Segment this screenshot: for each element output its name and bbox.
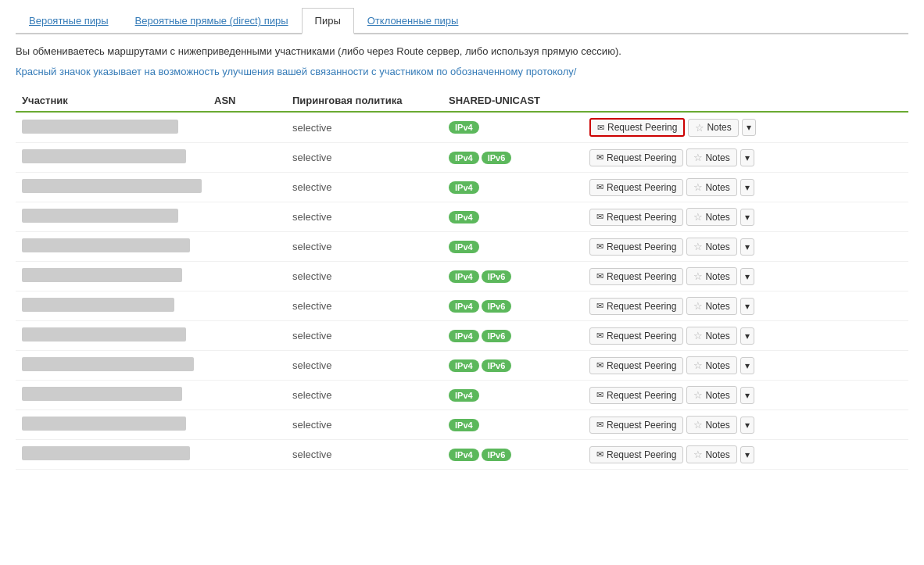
star-icon: ☆ bbox=[693, 211, 703, 223]
member-cell bbox=[16, 351, 208, 381]
star-icon: ☆ bbox=[693, 300, 703, 312]
request-peering-button[interactable]: ✉ Request Peering bbox=[589, 179, 683, 196]
member-cell bbox=[16, 381, 208, 410]
request-peering-button[interactable]: ✉ Request Peering bbox=[589, 238, 683, 256]
member-bar bbox=[22, 238, 190, 252]
request-peering-button[interactable]: ✉ Request Peering bbox=[589, 118, 685, 137]
notes-button[interactable]: ☆ Notes bbox=[686, 416, 736, 434]
actions-cell: ✉ Request Peering☆ Notes▾ bbox=[583, 291, 908, 321]
tab-probable-direct[interactable]: Вероятные прямые (direct) пиры bbox=[122, 8, 302, 33]
member-bar bbox=[22, 417, 186, 431]
notes-button[interactable]: ☆ Notes bbox=[686, 148, 736, 166]
notes-button[interactable]: ☆ Notes bbox=[686, 327, 736, 345]
star-icon: ☆ bbox=[693, 449, 703, 460]
star-icon: ☆ bbox=[693, 359, 703, 371]
notes-button[interactable]: ☆ Notes bbox=[688, 119, 738, 137]
notes-button[interactable]: ☆ Notes bbox=[686, 445, 736, 463]
member-bar bbox=[22, 179, 202, 193]
dropdown-button[interactable]: ▾ bbox=[740, 298, 754, 315]
request-peering-button[interactable]: ✉ Request Peering bbox=[589, 209, 683, 226]
request-peering-button[interactable]: ✉ Request Peering bbox=[589, 417, 683, 434]
dropdown-button[interactable]: ▾ bbox=[740, 268, 754, 285]
dropdown-button[interactable]: ▾ bbox=[740, 327, 754, 345]
tab-peers[interactable]: Пиры bbox=[302, 8, 354, 34]
dropdown-button[interactable]: ▾ bbox=[740, 387, 754, 404]
dropdown-button[interactable]: ▾ bbox=[740, 209, 754, 226]
ipv4-badge: IPv4 bbox=[449, 359, 479, 372]
actions-cell: ✉ Request Peering☆ Notes▾ bbox=[583, 112, 908, 143]
star-icon: ☆ bbox=[693, 181, 703, 193]
dropdown-button[interactable]: ▾ bbox=[740, 179, 754, 196]
ipv4-badge: IPv4 bbox=[449, 419, 479, 431]
dropdown-button[interactable]: ▾ bbox=[740, 417, 754, 434]
member-bar bbox=[22, 120, 178, 134]
tab-rejected[interactable]: Отклоненные пиры bbox=[354, 8, 472, 33]
table-row: selectiveIPv4✉ Request Peering☆ Notes▾ bbox=[16, 173, 908, 202]
shared-unicast-cell: IPv4IPv6 bbox=[442, 440, 583, 470]
star-icon: ☆ bbox=[693, 270, 703, 282]
dropdown-button[interactable]: ▾ bbox=[742, 119, 756, 136]
chevron-down-icon: ▾ bbox=[745, 331, 750, 342]
request-peering-button[interactable]: ✉ Request Peering bbox=[589, 446, 683, 463]
tab-bar: Вероятные пиры Вероятные прямые (direct)… bbox=[16, 8, 908, 34]
shared-unicast-cell: IPv4IPv6 bbox=[442, 143, 583, 173]
ipv6-badge: IPv6 bbox=[482, 449, 512, 461]
shared-unicast-cell: IPv4IPv6 bbox=[442, 321, 583, 351]
envelope-icon: ✉ bbox=[596, 331, 603, 341]
chevron-down-icon: ▾ bbox=[745, 390, 750, 401]
main-container: Вероятные пиры Вероятные прямые (direct)… bbox=[0, 0, 924, 477]
table-row: selectiveIPv4IPv6✉ Request Peering☆ Note… bbox=[16, 262, 908, 291]
actions-cell: ✉ Request Peering☆ Notes▾ bbox=[583, 232, 908, 262]
request-peering-button[interactable]: ✉ Request Peering bbox=[589, 357, 683, 374]
member-cell bbox=[16, 143, 208, 173]
table-row: selectiveIPv4IPv6✉ Request Peering☆ Note… bbox=[16, 440, 908, 470]
envelope-icon: ✉ bbox=[596, 182, 603, 192]
shared-unicast-cell: IPv4IPv6 bbox=[442, 262, 583, 291]
asn-cell bbox=[208, 143, 286, 173]
notes-button[interactable]: ☆ Notes bbox=[686, 297, 736, 315]
request-peering-button[interactable]: ✉ Request Peering bbox=[589, 298, 683, 315]
envelope-icon: ✉ bbox=[596, 152, 603, 163]
member-cell bbox=[16, 291, 208, 321]
star-icon: ☆ bbox=[693, 152, 703, 163]
policy-cell: selective bbox=[286, 232, 442, 262]
notes-button[interactable]: ☆ Notes bbox=[686, 238, 736, 256]
policy-cell: selective bbox=[286, 202, 442, 232]
request-peering-button[interactable]: ✉ Request Peering bbox=[589, 268, 683, 285]
dropdown-button[interactable]: ▾ bbox=[740, 238, 754, 256]
ipv4-badge: IPv4 bbox=[449, 181, 479, 194]
ipv6-badge: IPv6 bbox=[482, 300, 512, 313]
notes-button[interactable]: ☆ Notes bbox=[686, 208, 736, 226]
notes-button[interactable]: ☆ Notes bbox=[686, 267, 736, 285]
notes-button[interactable]: ☆ Notes bbox=[686, 386, 736, 404]
request-peering-button[interactable]: ✉ Request Peering bbox=[589, 387, 683, 404]
member-cell bbox=[16, 262, 208, 291]
notes-button[interactable]: ☆ Notes bbox=[686, 178, 736, 196]
table-row: selectiveIPv4✉ Request Peering☆ Notes▾ bbox=[16, 232, 908, 262]
ipv4-badge: IPv4 bbox=[449, 241, 479, 253]
member-cell bbox=[16, 112, 208, 143]
request-peering-button[interactable]: ✉ Request Peering bbox=[589, 149, 683, 166]
chevron-down-icon: ▾ bbox=[745, 271, 750, 282]
request-peering-button[interactable]: ✉ Request Peering bbox=[589, 327, 683, 345]
policy-cell: selective bbox=[286, 143, 442, 173]
ipv6-badge: IPv6 bbox=[482, 270, 512, 283]
col-header-member: Участник bbox=[16, 90, 208, 112]
asn-cell bbox=[208, 351, 286, 381]
tab-probable[interactable]: Вероятные пиры bbox=[16, 8, 122, 33]
dropdown-button[interactable]: ▾ bbox=[740, 357, 754, 374]
table-row: selectiveIPv4✉ Request Peering☆ Notes▾ bbox=[16, 112, 908, 143]
star-icon: ☆ bbox=[693, 389, 703, 401]
policy-cell: selective bbox=[286, 173, 442, 202]
dropdown-button[interactable]: ▾ bbox=[740, 149, 754, 166]
ipv4-badge: IPv4 bbox=[449, 300, 479, 313]
policy-cell: selective bbox=[286, 440, 442, 470]
actions-cell: ✉ Request Peering☆ Notes▾ bbox=[583, 202, 908, 232]
asn-cell bbox=[208, 381, 286, 410]
dropdown-button[interactable]: ▾ bbox=[740, 446, 754, 463]
actions-cell: ✉ Request Peering☆ Notes▾ bbox=[583, 321, 908, 351]
notes-button[interactable]: ☆ Notes bbox=[686, 356, 736, 374]
asn-cell bbox=[208, 173, 286, 202]
envelope-icon: ✉ bbox=[596, 420, 603, 430]
star-icon: ☆ bbox=[695, 122, 704, 134]
